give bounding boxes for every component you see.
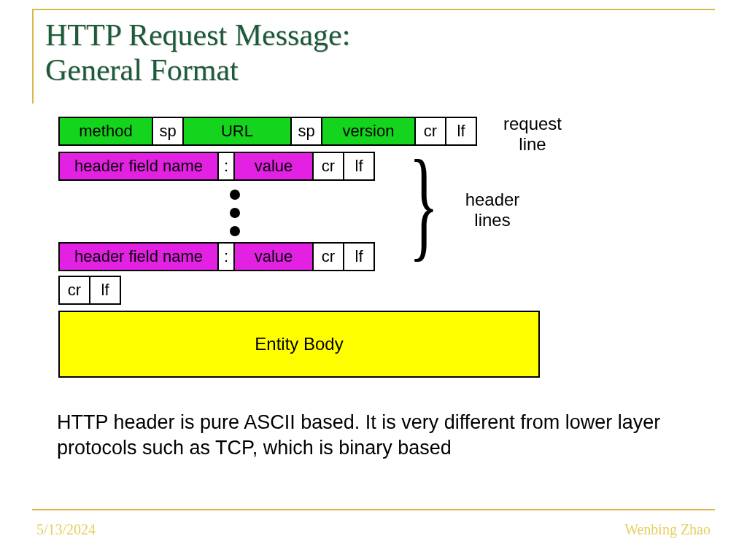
- cr-cell: cr: [312, 152, 344, 181]
- version-cell: version: [321, 117, 416, 146]
- footnote-text: HTTP header is pure ASCII based. It is v…: [57, 410, 699, 460]
- slide-date: 5/13/2024: [36, 521, 96, 538]
- top-rule: [32, 9, 715, 10]
- curly-brace-icon: }: [409, 141, 438, 265]
- sp-cell: sp: [290, 117, 322, 146]
- lf-cell: lf: [343, 152, 375, 181]
- http-format-diagram: method sp URL sp version cr lf request l…: [58, 117, 700, 445]
- method-cell: method: [58, 117, 153, 146]
- colon-cell: :: [217, 242, 235, 271]
- cr-cell: cr: [312, 242, 344, 271]
- sp-cell: sp: [152, 117, 184, 146]
- page-title: HTTP Request Message: General Format: [45, 18, 350, 88]
- left-rule: [32, 9, 34, 104]
- url-cell: URL: [182, 117, 292, 146]
- cr-cell: cr: [58, 276, 90, 305]
- header-value-cell: value: [233, 152, 314, 181]
- title-line-1: HTTP Request Message:: [45, 18, 350, 52]
- slide-author: Wenbing Zhao: [624, 521, 711, 538]
- blank-line-row: cr lf: [58, 276, 121, 305]
- ellipsis-dot-icon: [230, 190, 240, 200]
- ellipsis-dot-icon: [230, 208, 240, 218]
- title-line-2: General Format: [45, 53, 239, 87]
- ellipsis-dot-icon: [230, 226, 240, 236]
- header-name-cell: header field name: [58, 152, 219, 181]
- bottom-rule: [32, 509, 715, 510]
- header-name-cell: header field name: [58, 242, 219, 271]
- header-lines-label: header lines: [452, 190, 533, 230]
- lf-cell: lf: [89, 276, 121, 305]
- entity-body-cell: Entity Body: [58, 311, 540, 378]
- lf-cell: lf: [343, 242, 375, 271]
- request-line-label: request line: [489, 114, 576, 154]
- header-line-row: header field name : value cr lf: [58, 152, 375, 181]
- header-line-row: header field name : value cr lf: [58, 242, 375, 271]
- lf-cell: lf: [445, 117, 477, 146]
- colon-cell: :: [217, 152, 235, 181]
- slide: HTTP Request Message: General Format met…: [0, 0, 747, 560]
- header-value-cell: value: [233, 242, 314, 271]
